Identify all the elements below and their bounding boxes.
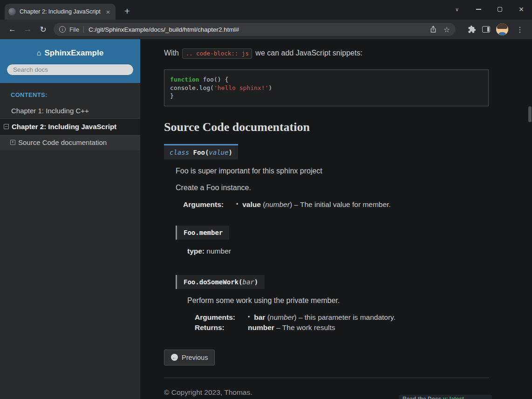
previous-button[interactable]: ← Previous — [164, 350, 215, 365]
brand-title: SphinxExample — [45, 48, 104, 57]
field-body: •bar (number) – this parameter is mandat… — [239, 313, 396, 322]
code-token: function — [170, 76, 199, 83]
class-signature: class Foo(value) — [164, 144, 238, 159]
toolbar-actions: ⋮ — [460, 23, 527, 35]
browser-tab[interactable]: Chapter 2: Including JavaScript – × — [5, 4, 116, 20]
method-description: Perform some work using the private memb… — [187, 296, 489, 332]
method-signature: Foo.doSomeWork(bar) — [176, 275, 265, 289]
globe-favicon-icon — [8, 8, 16, 15]
text-segment: .. code-block:: js — [182, 48, 252, 59]
sidebar-search-area: ⌂SphinxExample — [0, 39, 140, 83]
profile-avatar[interactable] — [496, 23, 508, 35]
scrollbar-thumb[interactable] — [528, 106, 532, 122]
arguments-field: Arguments: •value (number) – The initial… — [183, 200, 489, 209]
text-segment: bar — [242, 278, 254, 286]
brand-link[interactable]: ⌂SphinxExample — [7, 48, 134, 58]
text-segment: number — [270, 313, 294, 321]
text-segment: With — [164, 49, 181, 57]
text-segment: Read the Docs — [402, 396, 443, 399]
returns-field: Returns: number – The work results — [195, 323, 489, 332]
section-heading: Source Code documentation — [164, 120, 489, 134]
code-token: } — [170, 92, 174, 99]
readthedocs-flyout[interactable]: Read the Docs v: latest — [399, 395, 492, 399]
code-line: } — [170, 92, 483, 100]
text-segment: • — [248, 314, 250, 320]
tab-close-icon[interactable]: × — [104, 8, 112, 16]
member-description: type: number — [187, 246, 489, 256]
code-token: ) — [268, 84, 272, 91]
address-bar[interactable]: i File C:/git/SphinxExample/docs/_build/… — [54, 23, 456, 36]
text-segment: number — [265, 200, 290, 208]
footer-divider — [164, 378, 489, 378]
minimize-icon — [476, 9, 481, 10]
sidebar-item-source-code[interactable]: + Source Code documentation — [0, 135, 140, 150]
code-token: console.log( — [170, 84, 214, 91]
home-icon: ⌂ — [37, 49, 41, 57]
text-segment: ) — [228, 149, 232, 156]
member-signature: Foo.member — [176, 226, 229, 240]
contents-caption: CONTENTS: — [0, 83, 140, 103]
sidebar-item-chapter2[interactable]: – Chapter 2: Including JavaScript — [0, 118, 140, 135]
tab-title: Chapter 2: Including JavaScript – — [20, 8, 101, 15]
class-summary: Foo is super important for this sphinx p… — [176, 166, 489, 176]
reload-button[interactable]: ↻ — [35, 22, 51, 37]
text-segment: number — [248, 323, 274, 331]
main-content: With .. code-block:: js we can add JavaS… — [140, 39, 532, 399]
minimize-button[interactable] — [468, 0, 489, 19]
text-segment: Foo.doSomeWork — [184, 278, 239, 286]
text-segment: ( — [261, 200, 265, 208]
field-body: number – The work results — [239, 323, 335, 332]
window-controls: ∨ × — [446, 0, 532, 19]
text-segment: Foo.member — [184, 229, 223, 236]
text-segment: ) – The initial value for member. — [290, 200, 391, 208]
page-info-icon[interactable]: i — [59, 26, 66, 33]
new-tab-button[interactable]: + — [121, 5, 133, 17]
address-separator — [83, 26, 84, 33]
expand-icon[interactable]: + — [10, 140, 15, 145]
forward-button[interactable]: → — [20, 22, 35, 37]
titlebar-chevron-icon[interactable]: ∨ — [446, 0, 468, 19]
field-label: Arguments: — [195, 313, 239, 322]
browser-toolbar: ← → ↻ i File C:/git/SphinxExample/docs/_… — [0, 20, 532, 39]
text-segment: ) – this parameter is mandatory. — [294, 313, 396, 321]
text-segment: value — [209, 149, 228, 156]
browser-window: Chapter 2: Including JavaScript – × + ∨ … — [0, 0, 532, 399]
field-body: •value (number) – The initial value for … — [228, 200, 391, 209]
text-segment: ( — [265, 313, 269, 321]
text-segment: ) — [254, 278, 258, 286]
previous-label: Previous — [182, 354, 208, 361]
code-line: console.log('hello sphinx!') — [170, 84, 483, 92]
text-segment: – The work results — [274, 323, 335, 331]
member-type: type: number — [187, 246, 489, 256]
bookmark-star-icon[interactable]: ☆ — [443, 25, 450, 34]
page-scrollbar[interactable] — [528, 39, 532, 399]
collapse-icon[interactable]: – — [4, 124, 9, 129]
intro-paragraph: With .. code-block:: js we can add JavaS… — [164, 48, 489, 59]
code-token: 'hello sphinx!' — [214, 84, 268, 91]
kebab-menu-icon[interactable]: ⋮ — [514, 25, 525, 34]
field-label: Arguments: — [183, 200, 228, 209]
sidebar-item-chapter1[interactable]: Chapter 1: Including C++ — [0, 103, 140, 118]
titlebar: Chapter 2: Including JavaScript – × + ∨ … — [0, 0, 532, 20]
maximize-button[interactable] — [489, 0, 511, 19]
close-window-button[interactable]: × — [511, 0, 532, 19]
text-segment: Foo — [193, 149, 205, 156]
text-segment: we can add JavaScript snippets: — [253, 49, 362, 57]
page-viewport: ⌂SphinxExample CONTENTS: Chapter 1: Incl… — [0, 39, 532, 399]
search-input[interactable] — [7, 64, 134, 76]
code-block: function foo() { console.log('hello sphi… — [164, 69, 489, 106]
arrow-circle-left-icon: ← — [171, 354, 178, 361]
text-segment: number — [205, 247, 231, 255]
share-icon[interactable] — [430, 26, 437, 33]
side-panel-icon[interactable] — [482, 26, 490, 33]
sidebar: ⌂SphinxExample CONTENTS: Chapter 1: Incl… — [0, 39, 140, 399]
class-description: Foo is super important for this sphinx p… — [176, 166, 489, 332]
code-token: foo() { — [199, 76, 229, 83]
extensions-puzzle-icon[interactable] — [468, 25, 476, 34]
text-segment: class — [170, 149, 193, 156]
sidebar-item-label: Chapter 2: Including JavaScript — [12, 123, 116, 131]
back-button[interactable]: ← — [5, 22, 20, 37]
text-segment: v: latest — [443, 396, 464, 399]
file-scheme-label: File — [69, 26, 79, 33]
sidebar-item-label: Source Code documentation — [18, 138, 107, 146]
